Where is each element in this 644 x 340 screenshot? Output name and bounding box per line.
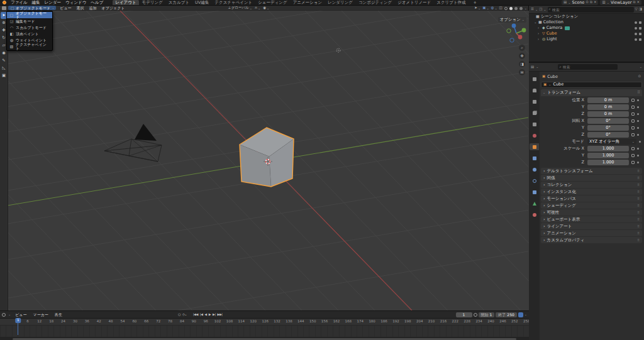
lock-icon[interactable] (631, 161, 635, 164)
camera-view-button[interactable]: ◨ (519, 61, 525, 67)
snap-magnet-toggle[interactable]: ∩⌄ (255, 6, 260, 10)
playback-sync-button[interactable] (518, 312, 523, 317)
shading-material-button[interactable] (514, 7, 518, 10)
viewport-canvas[interactable]: ⌕ ✥ ◨ ⊞ オプション⌄ (0, 11, 529, 310)
play-reverse-button[interactable]: ◀ (204, 313, 206, 316)
remove-viewlayer-icon[interactable]: ✕ (636, 1, 640, 4)
workspace-tab[interactable]: スカルプト (166, 0, 192, 5)
viewport-3d[interactable]: ▢ オブジェクトモード ⌄ ビュー選択追加オブジェクト ⟂グローバル⌄ ∩⌄ ◉… (0, 6, 529, 340)
shading-solid-button[interactable] (509, 7, 513, 10)
app-menu-item[interactable]: ウィンドウ (64, 1, 88, 5)
transform-value-field[interactable]: 0 m (587, 104, 629, 110)
animate-property-dot[interactable] (637, 162, 639, 163)
outliner-row[interactable]: シーンコレクション (529, 14, 644, 19)
editor-type-selector-icon[interactable] (2, 6, 6, 10)
lock-icon[interactable] (631, 119, 635, 123)
xray-toggle[interactable]: ◫ (499, 6, 502, 10)
proportional-editing-toggle[interactable]: ◉⌄ (263, 6, 269, 10)
tool-button[interactable]: ◉ (1, 50, 8, 57)
hide-eye-icon[interactable] (635, 33, 637, 35)
render-properties-tab[interactable] (530, 87, 539, 94)
properties-options-icon[interactable]: ⌄ (640, 65, 642, 69)
next-keyframe-button[interactable]: ▶| (213, 313, 216, 316)
shading-wireframe-button[interactable] (504, 7, 508, 10)
filter-icon[interactable]: ▽ (635, 8, 638, 11)
tool-button[interactable]: ▣ (1, 72, 8, 79)
pan-button[interactable]: ✥ (519, 53, 525, 59)
animate-property-dot[interactable] (637, 99, 639, 101)
properties-editor-icon[interactable]: ▤ (531, 65, 534, 69)
lock-icon[interactable] (631, 106, 635, 109)
overlays-dropdown[interactable]: ◍⌄ (491, 6, 497, 10)
unlink-scene-icon[interactable]: ✕ (594, 1, 597, 4)
workspace-tab[interactable]: アニメーション (291, 0, 325, 5)
viewport-menu-item[interactable]: ビュー (58, 6, 73, 10)
collapsed-panel-header[interactable]: › ビューポート表示 ⠿ (541, 216, 642, 222)
mode-menu-item[interactable]: ▢ オブジェクトモード (7, 12, 52, 18)
transform-value-field[interactable]: 0° (587, 132, 629, 138)
workspace-tab[interactable]: レンダリング (325, 0, 355, 5)
transform-value-field[interactable]: 1.000 (587, 146, 629, 151)
transform-value-field[interactable]: 1.000 (587, 153, 629, 158)
lock-icon[interactable] (631, 154, 635, 157)
gizmos-dropdown[interactable]: ▣⌄ (482, 6, 489, 10)
new-scene-icon[interactable]: ⧉ (590, 1, 592, 4)
object-properties-tab[interactable] (530, 143, 539, 150)
outliner-row[interactable]: ⌄ Collection (529, 19, 644, 25)
transform-value-field[interactable]: 0° (587, 125, 629, 131)
collapsed-panel-header[interactable]: › カスタムプロパティ ⠿ (541, 237, 642, 243)
timeline-menu-item[interactable]: ビュー (13, 313, 28, 317)
mode-dropdown-button[interactable]: ▢ オブジェクトモード ⌄ (8, 6, 56, 10)
expand-caret-icon[interactable]: ⌄ (534, 21, 537, 25)
app-menu-item[interactable]: ヘルプ (89, 1, 105, 5)
scene-properties-tab[interactable] (530, 121, 539, 128)
playhead[interactable]: 1 (18, 319, 18, 335)
current-frame-field[interactable]: 1 (456, 312, 472, 317)
collapsed-panel-header[interactable]: › デルタトランスフォーム ⠿ (541, 168, 642, 174)
transform-panel-header[interactable]: ⌄ トランスフォーム ⠿ (541, 89, 642, 96)
options-dropdown-button[interactable]: オプション⌄ (498, 17, 526, 23)
pin-scene-icon[interactable]: ⊙ (586, 1, 589, 4)
timeline-editor-icon[interactable] (2, 313, 6, 317)
hide-eye-icon[interactable] (635, 27, 637, 30)
end-frame-field[interactable]: 終了250 (496, 312, 516, 317)
mode-menu-item[interactable]: ▨ テクスチャペイント (7, 43, 52, 50)
animate-property-dot[interactable] (637, 148, 639, 150)
tool-button[interactable]: ✎ (1, 57, 8, 64)
animate-property-dot[interactable] (637, 134, 639, 136)
rotation-mode-dropdown[interactable]: XYZ オイラー角 ⌄ (587, 139, 636, 145)
world-properties-tab[interactable] (530, 132, 539, 139)
collapsed-panel-header[interactable]: › ラインアート ⠿ (541, 223, 642, 229)
collapsed-panel-header[interactable]: › インスタンス化 ⠿ (541, 189, 642, 195)
timeline-menu-item[interactable]: 再生 (53, 313, 64, 317)
transform-value-field[interactable]: 1.000 (587, 160, 629, 165)
outliner-search-input[interactable] (552, 8, 633, 12)
outliner-display-mode-icon[interactable]: ◳ (539, 8, 542, 11)
animate-property-dot[interactable] (637, 155, 639, 156)
hide-eye-icon[interactable] (635, 21, 637, 24)
disable-render-icon[interactable] (639, 38, 641, 41)
jump-to-start-button[interactable]: |◀◀ (193, 313, 198, 316)
viewport-menu-item[interactable]: オブジェクト (100, 6, 127, 10)
physics-properties-tab[interactable] (530, 177, 539, 184)
outliner-editor[interactable]: ☰⌄ ◳⌄ ⌕ ▽ ◨ シーンコレクション (529, 6, 644, 63)
material-properties-tab[interactable] (530, 211, 539, 218)
workspace-tab[interactable]: UV編集 (192, 0, 211, 5)
new-viewlayer-icon[interactable]: ⧉ (633, 1, 635, 4)
collapsed-panel-header[interactable]: › コレクション ⠿ (541, 182, 642, 188)
properties-search-input[interactable] (563, 65, 617, 69)
workspace-tab[interactable]: レイアウト (113, 0, 138, 5)
blender-logo-icon[interactable] (3, 1, 6, 4)
expand-caret-icon[interactable]: › (538, 32, 541, 36)
disable-render-icon[interactable] (639, 21, 641, 24)
expand-caret-icon[interactable]: › (538, 38, 541, 41)
modifier-properties-tab[interactable] (530, 155, 539, 162)
lock-icon[interactable] (631, 112, 635, 116)
view-layer-properties-tab[interactable] (530, 109, 539, 116)
prev-keyframe-button[interactable]: |◀ (200, 313, 203, 316)
disable-render-icon[interactable] (639, 27, 641, 30)
collapsed-panel-header[interactable]: › 可視性 ⠿ (541, 209, 642, 216)
orientation-dropdown[interactable]: ⟂グローバル⌄ (228, 6, 252, 10)
lock-icon[interactable] (631, 147, 635, 150)
hide-eye-icon[interactable] (635, 38, 637, 41)
